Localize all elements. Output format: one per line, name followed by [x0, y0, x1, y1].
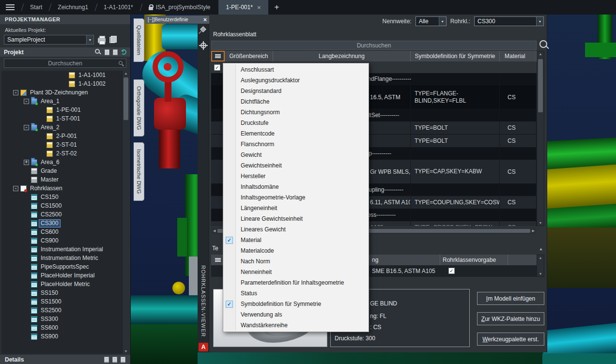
- chevron-down-icon[interactable]: [86, 35, 93, 44]
- close-tab-icon[interactable]: [257, 4, 261, 11]
- menu-item[interactable]: Material: [223, 235, 369, 245]
- app-menu-hamburger-icon[interactable]: [6, 4, 15, 10]
- tree-item[interactable]: CS300: [1, 219, 129, 228]
- tree-item[interactable]: Plant 3D-Zeichnungen: [1, 88, 129, 97]
- select-all-checkbox[interactable]: [214, 64, 220, 71]
- tree-item[interactable]: CS150: [1, 193, 129, 201]
- tree-item[interactable]: SS300: [1, 315, 129, 323]
- tree-item[interactable]: 1-PE-001: [1, 106, 129, 114]
- autohide-pin-icon[interactable]: [200, 26, 206, 32]
- tree-expander-icon[interactable]: [24, 160, 29, 165]
- nominal-size-select[interactable]: Alle: [416, 16, 447, 26]
- menu-item[interactable]: Lineare Gewichtseinheit: [223, 213, 369, 224]
- tree-item[interactable]: 1-A1-1002: [1, 79, 129, 88]
- tree-item[interactable]: Master: [1, 175, 129, 184]
- details-bar[interactable]: Details: [0, 355, 130, 364]
- tree-item[interactable]: SS2500: [1, 306, 129, 315]
- menu-item[interactable]: Inhaltsdomäne: [223, 182, 369, 192]
- scroll-up-icon[interactable]: [537, 52, 544, 56]
- usage-scrollbar[interactable]: [537, 255, 544, 277]
- tool-palette-titlebar[interactable]: [−]]Benutzerdefinie: [145, 15, 209, 24]
- tree-item[interactable]: Grade: [1, 167, 129, 175]
- menu-item[interactable]: Designstandard: [223, 86, 369, 96]
- drawing-tab[interactable]: ISA_projSymbolStyle: [141, 0, 218, 15]
- menu-item[interactable]: Inhaltsgeometrie-Vorlage: [223, 192, 369, 203]
- new-drawing-icon[interactable]: [105, 49, 109, 55]
- scroll-up-icon[interactable]: [123, 72, 129, 75]
- tree-item[interactable]: CS2500: [1, 210, 129, 219]
- gear-icon[interactable]: [200, 43, 206, 48]
- docked-palette-tab[interactable]: Isometrische DWG: [134, 142, 144, 200]
- menu-item[interactable]: Dichtfläche: [223, 96, 369, 107]
- scroll-left-icon[interactable]: [213, 229, 216, 233]
- scroll-down-icon[interactable]: [537, 221, 544, 225]
- menu-item[interactable]: Symboldefinition für Symmetrie: [223, 299, 369, 309]
- spec-default-checkbox[interactable]: [448, 268, 455, 274]
- menu-item[interactable]: Dichtungsnorm: [223, 107, 369, 118]
- tree-item[interactable]: Area_2: [1, 123, 129, 132]
- tree-item[interactable]: PipeSupportsSpec: [1, 262, 129, 271]
- tree-expander-icon[interactable]: [24, 99, 29, 104]
- report-icon-2[interactable]: [112, 357, 117, 363]
- scroll-up-icon[interactable]: [537, 256, 544, 259]
- drawing-tab[interactable]: 1-PE-001*: [218, 0, 269, 15]
- tree-item[interactable]: 1-A1-1001: [1, 71, 129, 79]
- tree-item[interactable]: Area_1: [1, 97, 129, 106]
- drawing-tab[interactable]: Zeichnung1: [50, 0, 96, 15]
- tree-item[interactable]: SS1500: [1, 297, 129, 306]
- tree-item[interactable]: SS150: [1, 288, 129, 297]
- tree-item[interactable]: SS600: [1, 323, 129, 332]
- menu-item[interactable]: Flanschnorm: [223, 139, 369, 150]
- tree-expander-icon[interactable]: [24, 125, 29, 130]
- menu-item[interactable]: Gewichtseinheit: [223, 160, 369, 171]
- report-icon-3[interactable]: [121, 357, 125, 363]
- menu-item[interactable]: Längeneinheit: [223, 203, 369, 213]
- chevron-down-icon[interactable]: [536, 17, 543, 26]
- scroll-thumb[interactable]: [123, 77, 128, 120]
- refresh-icon[interactable]: [121, 49, 126, 55]
- tree-item[interactable]: 1-ST-001: [1, 114, 129, 123]
- tree-item[interactable]: 2-P-001: [1, 132, 129, 140]
- tree-item[interactable]: SS900: [1, 332, 129, 341]
- report-icon-1[interactable]: [104, 357, 109, 363]
- attach-drawing-icon[interactable]: [113, 49, 118, 55]
- menu-item[interactable]: Nenneinheit: [223, 267, 369, 277]
- scroll-down-icon[interactable]: [123, 349, 129, 353]
- usage-header-fragment[interactable]: ng: [372, 257, 378, 263]
- project-select[interactable]: SampleProject: [4, 35, 94, 45]
- tree-expander-icon[interactable]: [13, 186, 18, 191]
- column-header[interactable]: Symboldefinition für Symmetrie: [411, 51, 500, 61]
- palette-title-strip[interactable]: ROHRKLASSEN-VIEWER A: [198, 15, 209, 352]
- tree-item[interactable]: Rohrklassen: [1, 184, 129, 193]
- tree-item[interactable]: 2-ST-02: [1, 149, 129, 158]
- menu-item[interactable]: Gewicht: [223, 150, 369, 160]
- column-menu-button[interactable]: [211, 51, 225, 61]
- scroll-down-icon[interactable]: [537, 272, 544, 275]
- menu-item[interactable]: Hersteller: [223, 171, 369, 182]
- drawing-tab[interactable]: 1-A1-1001*: [96, 0, 141, 15]
- chevron-down-icon[interactable]: [439, 17, 446, 26]
- search-icon[interactable]: [539, 39, 549, 51]
- menu-item[interactable]: Nach Norm: [223, 256, 369, 267]
- print-icon[interactable]: [98, 38, 106, 43]
- copy-icon[interactable]: [109, 37, 115, 43]
- collapse-panel-icon[interactable]: [539, 245, 543, 252]
- scroll-thumb[interactable]: [538, 59, 543, 112]
- pipe-class-select[interactable]: CS300: [474, 16, 544, 26]
- menu-item[interactable]: Wandstärkenreihe: [223, 320, 369, 331]
- close-icon[interactable]: [203, 16, 207, 23]
- tree-item[interactable]: Area_6: [1, 158, 129, 167]
- project-search-input[interactable]: Durchsuchen: [4, 59, 126, 68]
- menu-item[interactable]: Anschlussart: [223, 64, 369, 75]
- tree-item[interactable]: Instrumentation Imperial: [1, 245, 129, 254]
- menu-item[interactable]: Lineares Gewicht: [223, 224, 369, 235]
- tree-item[interactable]: Instrumentation Metric: [1, 254, 129, 262]
- column-header[interactable]: Langbezeichnung: [273, 51, 411, 61]
- usage-header-default[interactable]: Rohrklassenvorgabe: [443, 257, 496, 263]
- new-drawing-button[interactable]: +: [268, 2, 285, 12]
- menu-item[interactable]: Elementcode: [223, 128, 369, 139]
- tree-item[interactable]: CS1500: [1, 201, 129, 210]
- menu-item[interactable]: Parameterdefinition für Inhaltsgeometrie: [223, 277, 369, 288]
- spec-search-input[interactable]: Durchsuchen: [211, 41, 537, 50]
- action-button[interactable]: Im Modell einfügen: [477, 292, 544, 305]
